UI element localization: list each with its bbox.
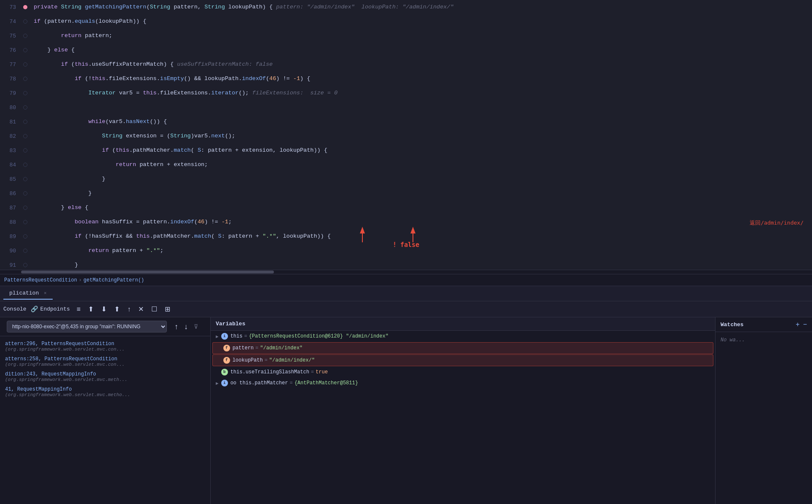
var-item-this[interactable]: ▶ i this = {PatternsRequestCondition@612… (211, 331, 715, 342)
var-item-lookuppath[interactable]: ▶ f lookupPath = "/admin/index/" (212, 354, 713, 366)
line-num-83: 83 (0, 147, 21, 154)
code-line-77: if (this.useSuffixPatternMatch) { useSuf… (29, 57, 812, 72)
call-stack-panel: attern:296, PatternsRequestCondition (or… (0, 336, 211, 402)
line-num-86: 86 (0, 190, 21, 197)
thread-filter-btn[interactable]: ⊽ (192, 322, 200, 331)
code-line-82: String extension = (String)var5.next(); (29, 129, 812, 143)
line-num-87: 87 (0, 205, 21, 211)
breakpoint-87[interactable] (21, 206, 29, 210)
code-line-76: } else { (29, 43, 812, 57)
watch-add-btn[interactable]: + (796, 321, 799, 328)
toolbar-btn-frame[interactable]: ☐ (149, 303, 160, 315)
var-icon-pathmatcher: i (221, 380, 228, 386)
toolbar-btn-up1[interactable]: ⬆ (86, 303, 96, 315)
thread-up-btn[interactable]: ↑ (173, 322, 180, 332)
breakpoint-77[interactable] (21, 62, 29, 67)
watches-header: Watches + − (716, 317, 812, 332)
toolbar-btn-grid[interactable]: ⊞ (162, 303, 173, 315)
false-annotation-center: ! false (393, 241, 419, 249)
breakpoint-83[interactable] (21, 148, 29, 153)
var-eq-lookuppath: = (265, 357, 268, 363)
var-arrow-pathmatcher: ▶ (216, 381, 219, 386)
scrollbar-thumb[interactable] (21, 271, 274, 273)
breakpoint-88[interactable] (21, 220, 29, 224)
breakpoint-89[interactable] (21, 234, 29, 239)
line-num-73: 73 (0, 4, 21, 11)
var-eq-pattern: = (255, 345, 258, 351)
breadcrumb-method: getMatchingPattern() (83, 277, 144, 283)
code-line-79: Iterator var5 = this.fileExtensions.iter… (29, 86, 812, 100)
debug-tab-application[interactable]: plication × (3, 287, 53, 300)
code-line-83: if (this.pathMatcher.match( S: pattern +… (29, 143, 812, 158)
line-num-74: 74 (0, 19, 21, 25)
var-val-pattern: "/admin/index" (260, 345, 303, 351)
breakpoint-82[interactable] (21, 134, 29, 138)
watches-panel: Watches + − No wa... (715, 317, 812, 504)
line-num-91: 91 (0, 262, 21, 268)
code-line-89: if (!hasSuffix && this.pathMatcher.match… (29, 229, 812, 244)
breakpoint-73[interactable] (21, 5, 29, 9)
var-name-lookuppath: lookupPath (233, 357, 263, 363)
watch-remove-btn[interactable]: − (803, 321, 807, 328)
stack-item-3[interactable]: 41, RequestMappingInfo (org.springframew… (0, 384, 210, 399)
toolbar-btn-stop[interactable]: ✕ (136, 303, 146, 315)
thread-controls: http-nio-8080-exec-2"@5,435 in group "ma… (0, 317, 210, 336)
stack-item-0[interactable]: attern:296, PatternsRequestCondition (or… (0, 339, 210, 354)
var-eq-trailing: = (311, 369, 314, 375)
var-name-trailing: this.useTrailingSlashMatch (230, 369, 309, 375)
debug-tabs: plication × (0, 286, 812, 301)
toolbar-btn-list[interactable]: ≡ (74, 304, 83, 315)
var-name-pattern: pattern (233, 345, 254, 351)
breadcrumb-bar: PatternsRequestCondition › getMatchingPa… (0, 274, 812, 286)
code-line-87: } else { (29, 201, 812, 215)
debug-content: http-nio-8080-exec-2"@5,435 in group "ma… (0, 317, 812, 504)
stack-item-main-1: atterns:258, PatternsRequestCondition (5, 356, 205, 362)
toolbar-btn-down1[interactable]: ⬇ (99, 303, 109, 315)
var-icon-this: i (221, 333, 228, 340)
breakpoint-85[interactable] (21, 177, 29, 181)
stack-item-detail-0: (org.springframework.web.servlet.mvc.con… (5, 347, 205, 352)
stack-item-2[interactable]: dition:243, RequestMappingInfo (org.spri… (0, 369, 210, 384)
code-line-86: } (29, 186, 812, 201)
toolbar-btn-up2[interactable]: ⬆ (112, 303, 122, 315)
breakpoint-76[interactable] (21, 48, 29, 52)
endpoints-label: Endpoints (40, 306, 70, 312)
var-eq-pathmatcher: = (289, 380, 292, 386)
code-editor: 73 private String getMatchingPattern(Str… (0, 0, 812, 270)
breakpoint-74[interactable] (21, 19, 29, 24)
breakpoint-75[interactable] (21, 34, 29, 38)
stack-item-detail-1: (org.springframework.web.servlet.mvc.con… (5, 362, 205, 367)
line-num-81: 81 (0, 119, 21, 125)
var-val-lookuppath: "/admin/index/" (269, 357, 315, 363)
thread-down-btn[interactable]: ↓ (182, 322, 190, 332)
breakpoint-81[interactable] (21, 120, 29, 124)
thread-selector[interactable]: http-nio-8080-exec-2"@5,435 in group "ma… (7, 321, 167, 332)
line-num-84: 84 (0, 162, 21, 168)
stack-item-main-2: dition:243, RequestMappingInfo (5, 371, 205, 377)
var-item-pattern[interactable]: ▶ f pattern = "/admin/index" (212, 342, 713, 354)
var-item-pathmatcher[interactable]: ▶ i oo this.pathMatcher = {AntPathMatche… (211, 378, 715, 389)
stack-item-1[interactable]: atterns:258, PatternsRequestCondition (o… (0, 354, 210, 369)
code-line-91: } (29, 258, 812, 270)
line-num-76: 76 (0, 47, 21, 54)
tab-close-btn[interactable]: × (44, 291, 47, 296)
line-num-78: 78 (0, 76, 21, 82)
horizontal-scrollbar[interactable] (0, 270, 812, 274)
breakpoint-80[interactable] (21, 105, 29, 110)
breakpoint-78[interactable] (21, 77, 29, 81)
breakpoint-79[interactable] (21, 91, 29, 95)
line-num-88: 88 (0, 219, 21, 225)
breakpoint-84[interactable] (21, 163, 29, 167)
var-item-trailing[interactable]: ▶ b this.useTrailingSlashMatch = true (211, 367, 715, 378)
code-line-90: return pattern + ".*"; (29, 244, 812, 258)
line-num-89: 89 (0, 233, 21, 240)
breakpoint-90[interactable] (21, 249, 29, 253)
breakpoint-91[interactable] (21, 263, 29, 267)
breakpoint-86[interactable] (21, 191, 29, 196)
code-line-84: return pattern + extension; (29, 158, 812, 172)
var-name-this: this (230, 333, 243, 339)
line-num-79: 79 (0, 90, 21, 97)
watches-content: No wa... (716, 332, 812, 348)
code-line-85: } (29, 172, 812, 186)
toolbar-btn-up3[interactable]: ↑ (125, 304, 133, 315)
